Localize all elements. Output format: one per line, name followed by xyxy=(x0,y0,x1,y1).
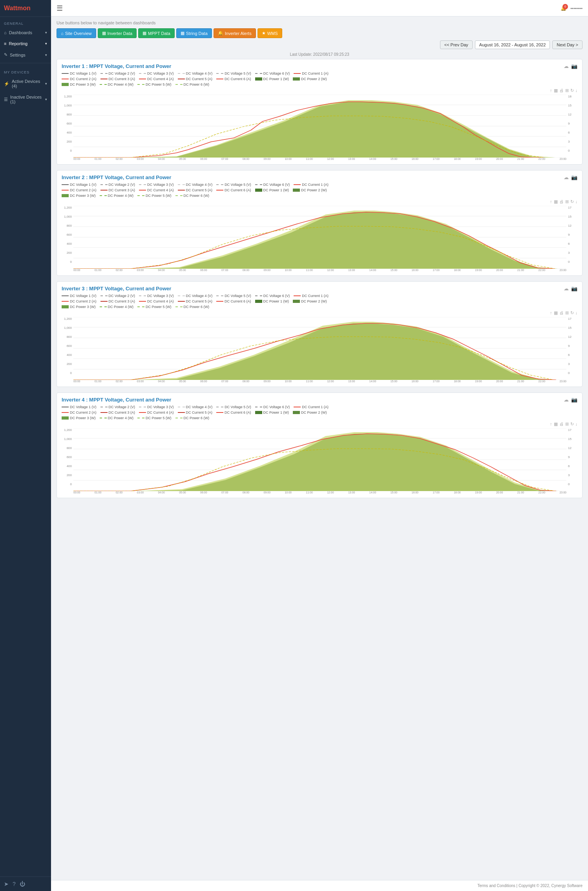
chart-toolbar-3: ↑ ▦ 🖨 ⊞ ↻ ↓ xyxy=(62,310,577,315)
y-axis-left-4: 1,2001,0008006004002000 xyxy=(62,428,73,494)
refresh-icon[interactable]: ↻ xyxy=(570,88,574,93)
chart-header-3: Inverter 3 : MPPT Voltage, Current and P… xyxy=(62,286,577,292)
legend-row-3c: DC Power 3 (W) DC Power 4 (W) DC Power 5… xyxy=(62,305,577,309)
print-icon[interactable]: 🖨 xyxy=(559,310,564,315)
upload-icon[interactable]: ↑ xyxy=(550,199,552,204)
chart-header-icons-4: ☁ 📷 xyxy=(564,397,577,403)
general-section-label: General xyxy=(0,17,51,27)
download-icon[interactable]: ↓ xyxy=(575,310,578,315)
tab-string-data[interactable]: ▦ String Data xyxy=(176,28,212,38)
svg-marker-26 xyxy=(73,322,566,380)
help-icon[interactable]: ? xyxy=(13,881,16,887)
settings-icon: ✎ xyxy=(4,52,7,57)
inverter-data-icon: ▦ xyxy=(102,31,106,36)
hamburger-icon[interactable]: ☰ xyxy=(57,4,63,13)
y-axis-left-2: 1,2001,0008006004002000 xyxy=(62,206,73,271)
last-update: Last Update: 2022/08/17 09:25:23 xyxy=(57,52,583,57)
grid-icon[interactable]: ⊞ xyxy=(565,88,569,93)
cloud-icon[interactable]: ☁ xyxy=(564,397,569,403)
sidebar-item-reporting[interactable]: ≡ Reporting ▾ xyxy=(0,38,51,49)
bar-chart-icon[interactable]: ▦ xyxy=(554,422,558,427)
string-data-icon: ▦ xyxy=(181,31,184,36)
upload-icon[interactable]: ↑ xyxy=(550,310,552,315)
chart-toolbar-4: ↑ ▦ 🖨 ⊞ ↻ ↓ xyxy=(62,422,577,427)
grid-icon[interactable]: ⊞ xyxy=(565,199,569,204)
sidebar: Wattmon General ⌂ Dashboards ▾ ≡ Reporti… xyxy=(0,0,51,891)
lightning-icon: ⚡ xyxy=(4,81,9,86)
bar-chart-icon[interactable]: ▦ xyxy=(554,310,558,315)
cloud-icon[interactable]: ☁ xyxy=(564,174,569,180)
camera-icon[interactable]: 📷 xyxy=(571,397,577,403)
legend-row-1c: DC Power 3 (W) DC Power 4 (W) DC Power 5… xyxy=(62,82,577,86)
camera-icon[interactable]: 📷 xyxy=(571,174,577,180)
print-icon[interactable]: 🖨 xyxy=(559,88,564,93)
sidebar-item-settings[interactable]: ✎ Settings ▾ xyxy=(0,49,51,60)
chart-svg-1 xyxy=(73,95,566,158)
legend-row-3b: DC Current 2 (A) DC Current 3 (A) DC Cur… xyxy=(62,299,577,303)
chart-toolbar-1: ↑ ▦ 🖨 ⊞ ↻ ↓ xyxy=(62,88,577,93)
next-day-button[interactable]: Next Day > xyxy=(552,40,583,49)
chart-area-4: 00:0001:0002:0003:0004:0005:0006:0007:00… xyxy=(73,428,566,494)
notification-bell[interactable]: 🔔 0 xyxy=(561,6,566,11)
chart-with-axes-1: 1,2001,0008006004002000 xyxy=(62,95,577,160)
upload-icon[interactable]: ↑ xyxy=(550,422,552,427)
topbar: ☰ 🔔 0 •••••••• xyxy=(51,0,588,16)
x-axis-1: 00:0001:0002:0003:0004:0005:0006:0007:00… xyxy=(73,158,566,160)
svg-marker-35 xyxy=(73,432,566,491)
legend-row-4b: DC Current 2 (A) DC Current 3 (A) DC Cur… xyxy=(62,411,577,414)
logo-text: Wattmon xyxy=(4,5,31,12)
refresh-icon[interactable]: ↻ xyxy=(570,199,574,204)
bar-chart-icon[interactable]: ▦ xyxy=(554,199,558,204)
y-axis-right-2: 1715129630 xyxy=(566,206,577,271)
grid-icon[interactable]: ⊞ xyxy=(565,422,569,427)
chart-title-1: Inverter 1 : MPPT Voltage, Current and P… xyxy=(62,63,171,69)
cloud-icon[interactable]: ☁ xyxy=(564,286,569,292)
footer: Terms and Conditions | Copyright © 2022,… xyxy=(51,880,588,891)
navigate-icon[interactable]: ➤ xyxy=(4,881,9,887)
sidebar-item-inactive-devices[interactable]: ☰ Inactive Devices (1) ▾ xyxy=(0,92,51,107)
camera-icon[interactable]: 📷 xyxy=(571,286,577,292)
refresh-icon[interactable]: ↻ xyxy=(570,310,574,315)
notif-badge: 0 xyxy=(562,4,568,9)
legend-row-3a: DC Voltage 1 (V) DC Voltage 2 (V) DC Vol… xyxy=(62,294,577,298)
power-icon[interactable]: ⏻ xyxy=(20,881,25,887)
topbar-right: 🔔 0 •••••••• xyxy=(561,6,583,11)
legend-row-2b: DC Current 2 (A) DC Current 3 (A) DC Cur… xyxy=(62,188,577,192)
grid-icon[interactable]: ⊞ xyxy=(565,310,569,315)
upload-icon[interactable]: ↑ xyxy=(550,88,552,93)
prev-day-button[interactable]: << Prev Day xyxy=(440,40,473,49)
date-range: August 16, 2022 - August 16, 2022 xyxy=(475,40,550,49)
tab-mppt-data[interactable]: ▦ MPPT Data xyxy=(138,28,175,38)
chart-title-2: Inverter 2 : MPPT Voltage, Current and P… xyxy=(62,174,171,180)
cloud-icon[interactable]: ☁ xyxy=(564,63,569,69)
download-icon[interactable]: ↓ xyxy=(575,422,578,427)
bar-chart-icon[interactable]: ▦ xyxy=(554,88,558,93)
refresh-icon[interactable]: ↻ xyxy=(570,422,574,427)
chart-card-4: Inverter 4 : MPPT Voltage, Current and P… xyxy=(57,392,583,498)
content-area: Use buttons below to navigate between da… xyxy=(51,16,588,880)
tab-wms[interactable]: ★ WMS xyxy=(257,28,282,38)
tab-inverter-data[interactable]: ▦ Inverter Data xyxy=(98,28,137,38)
legend-row-4a: DC Voltage 1 (V) DC Voltage 2 (V) DC Vol… xyxy=(62,405,577,409)
legend-row-1b: DC Current 2 (A) DC Current 3 (A) DC Cur… xyxy=(62,77,577,81)
download-icon[interactable]: ↓ xyxy=(575,88,578,93)
home-icon: ⌂ xyxy=(4,30,7,35)
sidebar-item-dashboards[interactable]: ⌂ Dashboards ▾ xyxy=(0,27,51,38)
print-icon[interactable]: 🖨 xyxy=(559,199,564,204)
x-axis-3: 00:0001:0002:0003:0004:0005:0006:0007:00… xyxy=(73,380,566,383)
chevron-icon: ▾ xyxy=(45,53,47,57)
y-axis-left-3: 1,2001,0008006004002000 xyxy=(62,317,73,383)
x-axis-4: 00:0001:0002:0003:0004:0005:0006:0007:00… xyxy=(73,491,566,494)
print-icon[interactable]: 🖨 xyxy=(559,422,564,427)
alert-icon: 🔔 xyxy=(218,31,223,36)
tab-site-overview[interactable]: ⌂ Site Overview xyxy=(57,28,96,38)
download-icon[interactable]: ↓ xyxy=(575,199,578,204)
camera-icon[interactable]: 📷 xyxy=(571,63,577,69)
chart-area-3: 00:0001:0002:0003:0004:0005:0006:0007:00… xyxy=(73,317,566,383)
footer-text: Terms and Conditions | Copyright © 2022,… xyxy=(477,884,583,888)
chart-title-3: Inverter 3 : MPPT Voltage, Current and P… xyxy=(62,286,171,292)
tab-inverter-alerts[interactable]: 🔔 Inverter Alerts xyxy=(214,28,256,38)
svg-marker-17 xyxy=(73,211,566,269)
sidebar-item-active-devices[interactable]: ⚡ Active Devices (4) ▾ xyxy=(0,76,51,92)
chart-card-3: Inverter 3 : MPPT Voltage, Current and P… xyxy=(57,281,583,387)
